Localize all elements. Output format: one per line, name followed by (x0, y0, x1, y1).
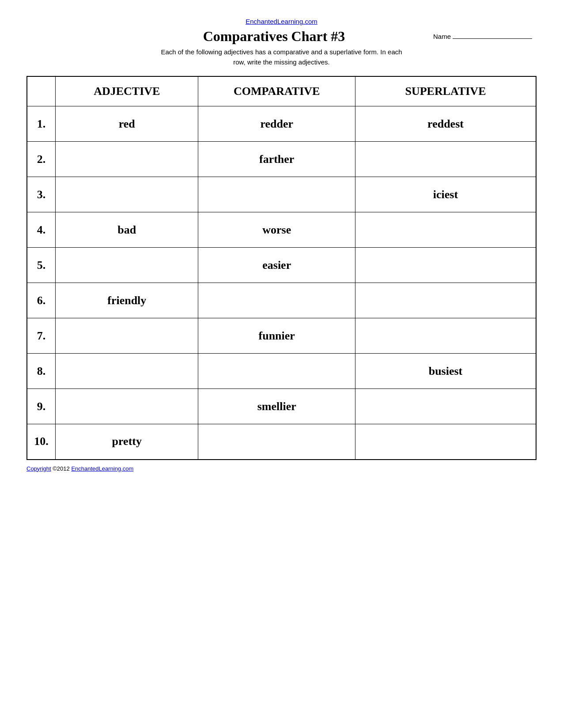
cell-superlative (355, 389, 537, 424)
copyright-row: Copyright ©2012 EnchantedLearning.com (26, 465, 537, 472)
cell-num: 2. (27, 142, 56, 177)
chart-table: ADJECTIVE COMPARATIVE SUPERLATIVE 1.redr… (26, 76, 537, 460)
cell-superlative: busiest (355, 354, 537, 389)
cell-comparative: smellier (198, 389, 355, 424)
table-row: 4.badworse (27, 212, 536, 248)
cell-num: 6. (27, 283, 56, 318)
footer-site-link[interactable]: EnchantedLearning.com (71, 465, 133, 472)
table-row: 9.smellier (27, 389, 536, 424)
cell-superlative: iciest (355, 177, 537, 212)
cell-num: 8. (27, 354, 56, 389)
subtitle-line2: row, write the missing adjectives. (233, 58, 329, 66)
header-comparative: COMPARATIVE (198, 76, 355, 106)
cell-adjective: pretty (56, 424, 198, 460)
title-row: Comparatives Chart #3 Name (26, 28, 537, 45)
table-row: 7.funnier (27, 318, 536, 354)
table-row: 5.easier (27, 248, 536, 283)
cell-num: 3. (27, 177, 56, 212)
cell-adjective (56, 389, 198, 424)
cell-comparative: worse (198, 212, 355, 248)
title-block: Comparatives Chart #3 (115, 28, 433, 45)
cell-num: 5. (27, 248, 56, 283)
cell-comparative: funnier (198, 318, 355, 354)
table-row: 10.pretty (27, 424, 536, 460)
header-num (27, 76, 56, 106)
cell-superlative (355, 283, 537, 318)
table-row: 6.friendly (27, 283, 536, 318)
cell-superlative (355, 212, 537, 248)
site-link[interactable]: EnchantedLearning.com (26, 18, 537, 26)
cell-adjective (56, 248, 198, 283)
cell-adjective: red (56, 106, 198, 142)
cell-comparative: easier (198, 248, 355, 283)
header-superlative: SUPERLATIVE (355, 76, 537, 106)
cell-comparative (198, 354, 355, 389)
table-row: 1.redredderreddest (27, 106, 536, 142)
cell-adjective: bad (56, 212, 198, 248)
cell-num: 10. (27, 424, 56, 460)
cell-superlative (355, 424, 537, 460)
cell-adjective (56, 142, 198, 177)
main-title: Comparatives Chart #3 (115, 28, 433, 45)
cell-superlative: reddest (355, 106, 537, 142)
cell-adjective (56, 318, 198, 354)
cell-comparative (198, 177, 355, 212)
cell-comparative (198, 424, 355, 460)
cell-num: 7. (27, 318, 56, 354)
table-row: 8.busiest (27, 354, 536, 389)
cell-comparative (198, 283, 355, 318)
copyright-year: ©2012 (51, 465, 72, 472)
cell-superlative (355, 248, 537, 283)
cell-num: 4. (27, 212, 56, 248)
cell-comparative: redder (198, 106, 355, 142)
cell-adjective (56, 354, 198, 389)
subtitle: Each of the following adjectives has a c… (26, 47, 537, 67)
table-row: 2.farther (27, 142, 536, 177)
cell-adjective: friendly (56, 283, 198, 318)
cell-num: 9. (27, 389, 56, 424)
table-header-row: ADJECTIVE COMPARATIVE SUPERLATIVE (27, 76, 536, 106)
cell-adjective (56, 177, 198, 212)
copyright-link[interactable]: Copyright (26, 465, 51, 472)
subtitle-line1: Each of the following adjectives has a c… (161, 48, 402, 56)
cell-num: 1. (27, 106, 56, 142)
name-label: Name (433, 33, 451, 40)
header-adjective: ADJECTIVE (56, 76, 198, 106)
site-url[interactable]: EnchantedLearning.com (246, 18, 317, 25)
name-field: Name (433, 28, 537, 40)
name-line (453, 38, 532, 39)
page-container: EnchantedLearning.com Comparatives Chart… (26, 18, 537, 472)
cell-comparative: farther (198, 142, 355, 177)
table-row: 3.iciest (27, 177, 536, 212)
cell-superlative (355, 142, 537, 177)
cell-superlative (355, 318, 537, 354)
